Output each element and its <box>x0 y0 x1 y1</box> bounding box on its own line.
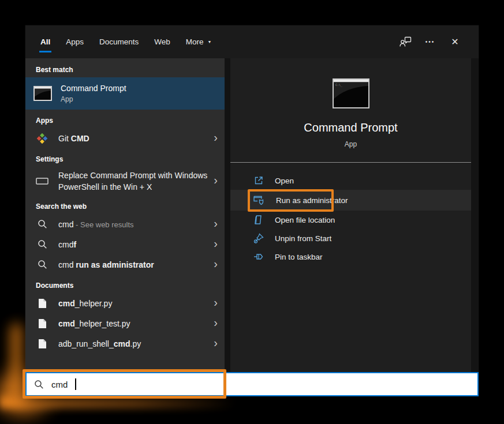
more-options-button[interactable]: ••• <box>421 33 439 51</box>
chevron-down-icon: ▼ <box>208 40 212 44</box>
preview-divider <box>230 162 471 163</box>
search-icon <box>38 260 47 269</box>
best-match-row-command-prompt[interactable]: Command Prompt App <box>25 77 225 110</box>
doc-cmd-helper-test[interactable]: cmd_helper_test.py › <box>25 313 225 333</box>
annotation-glow <box>0 396 245 408</box>
results-list-panel: Best match Command Prompt App Apps <box>25 58 225 372</box>
ellipsis-icon: ••• <box>425 39 435 45</box>
chevron-right-icon: › <box>214 339 218 349</box>
search-icon <box>34 380 44 389</box>
tab-more[interactable]: More ▼ <box>179 25 219 58</box>
tab-apps[interactable]: Apps <box>59 25 91 58</box>
section-header-apps: Apps <box>25 110 225 128</box>
git-icon <box>37 133 47 144</box>
run-as-admin-shield-icon <box>253 195 265 205</box>
svg-text:C:\_: C:\_ <box>335 83 343 87</box>
text-cursor <box>75 378 76 390</box>
close-button[interactable]: ✕ <box>446 33 464 51</box>
doc-cmd-helper[interactable]: cmd_helper.py › <box>25 293 225 313</box>
section-header-settings: Settings <box>25 148 225 167</box>
doc-adb-run-shell-cmd[interactable]: adb_run_shell_cmd.py › <box>25 333 225 354</box>
section-header-best-match: Best match <box>25 58 225 77</box>
action-pin-to-taskbar[interactable]: Pin to taskbar <box>230 247 471 266</box>
web-suggestion-cmd[interactable]: cmd - See web results › <box>25 214 225 234</box>
search-input[interactable]: cmd <box>25 372 479 396</box>
preview-app-subtitle: App <box>230 140 471 148</box>
web-suggestion-cmd-run-as-administrator[interactable]: cmd run as administrator › <box>25 254 225 275</box>
tab-documents[interactable]: Documents <box>92 25 145 58</box>
feedback-button[interactable] <box>397 33 414 51</box>
feedback-icon <box>400 36 412 47</box>
action-run-as-administrator[interactable]: Run as administrator <box>230 190 471 211</box>
tab-web[interactable]: Web <box>147 25 177 58</box>
best-match-title: Command Prompt <box>61 84 126 93</box>
unpin-icon <box>253 233 264 243</box>
chevron-right-icon: › <box>214 219 218 230</box>
action-open-file-location[interactable]: Open file location <box>230 211 471 229</box>
result-replace-cmd-powershell[interactable]: Replace Command Prompt with Windows Powe… <box>25 167 225 196</box>
chevron-right-icon: › <box>214 176 218 186</box>
action-open[interactable]: Open <box>230 171 471 190</box>
document-icon <box>38 298 47 309</box>
chevron-right-icon: › <box>214 260 218 270</box>
section-header-search-the-web: Search the web <box>25 196 225 214</box>
filter-tabbar: All Apps Documents Web More ▼ ••• ✕ <box>25 25 479 58</box>
result-git-cmd[interactable]: Git CMD › <box>25 128 225 148</box>
action-unpin-from-start[interactable]: Unpin from Start <box>230 229 471 247</box>
search-icon <box>38 219 47 229</box>
search-icon <box>38 239 47 249</box>
setting-window-icon <box>36 177 48 186</box>
search-query-text: cmd <box>51 380 68 389</box>
results-area: Best match Command Prompt App Apps <box>25 58 479 372</box>
chevron-right-icon: › <box>214 298 218 309</box>
command-prompt-icon <box>33 86 52 101</box>
search-flyout-window: All Apps Documents Web More ▼ ••• ✕ <box>25 25 479 396</box>
open-icon <box>253 175 264 186</box>
pin-icon <box>253 252 264 262</box>
folder-location-icon <box>253 215 264 225</box>
context-actions: Open Run as administrator <box>230 171 471 266</box>
chevron-right-icon: › <box>214 239 218 250</box>
screenshot-canvas: All Apps Documents Web More ▼ ••• ✕ <box>0 0 504 424</box>
preview-app-title: Command Prompt <box>230 121 471 134</box>
web-suggestion-cmdf[interactable]: cmdf › <box>25 234 225 254</box>
tab-all[interactable]: All <box>33 25 57 58</box>
section-header-documents: Documents <box>25 275 225 293</box>
close-icon: ✕ <box>451 36 458 47</box>
setting-label: Replace Command Prompt with Windows Powe… <box>58 170 214 193</box>
chevron-right-icon: › <box>214 133 218 144</box>
panel-divider <box>225 58 230 372</box>
preview-panel: C:\_ Command Prompt App Open <box>230 58 479 372</box>
document-icon <box>38 318 47 329</box>
command-prompt-large-icon: C:\_ <box>333 78 369 108</box>
best-match-subtitle: App <box>61 95 126 103</box>
document-icon <box>38 339 47 349</box>
chevron-right-icon: › <box>214 318 218 329</box>
